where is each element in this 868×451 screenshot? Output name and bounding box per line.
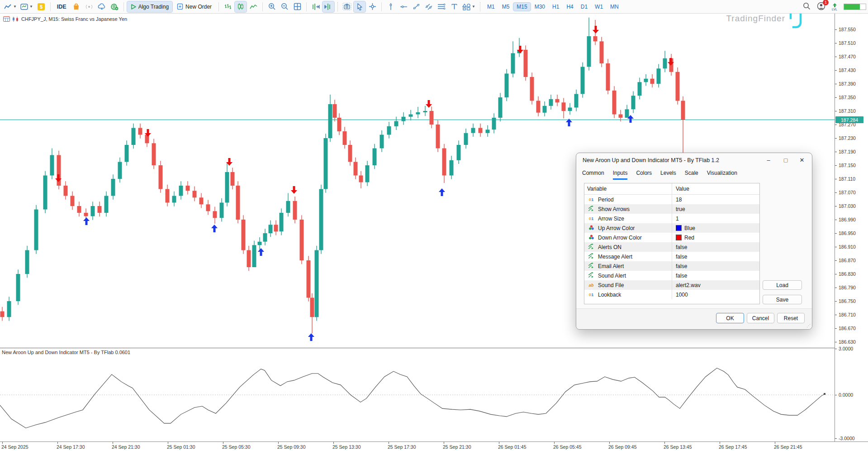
input-value[interactable]: true xyxy=(676,206,685,212)
sub-axis-label: -3.0000 xyxy=(839,436,855,441)
trendline-tool-icon[interactable] xyxy=(410,1,422,12)
equidistant-levels-icon[interactable] xyxy=(436,1,447,12)
divider xyxy=(306,2,307,11)
input-label: Period xyxy=(598,197,614,203)
tab-visualization[interactable]: Visualization xyxy=(707,170,737,180)
cursor-icon[interactable] xyxy=(354,1,365,12)
input-label: Show Arrows xyxy=(598,206,630,212)
input-value[interactable]: 1000 xyxy=(676,292,688,298)
timeframe-M30[interactable]: M30 xyxy=(531,3,548,11)
input-row-show-arrows[interactable]: Show Arrows true xyxy=(584,204,759,214)
chart-icon[interactable] xyxy=(12,16,19,22)
resize-grip[interactable]: ⋰ xyxy=(806,323,811,328)
input-row-email-alert[interactable]: Email Alert false xyxy=(584,261,759,271)
line-chart-icon[interactable] xyxy=(247,1,259,12)
load-button[interactable]: Load xyxy=(763,280,802,290)
candlestick-chart-icon[interactable] xyxy=(235,1,247,12)
minimize-button[interactable]: – xyxy=(759,153,778,167)
up-arrow-icon xyxy=(832,3,837,7)
price-label: 186.790 xyxy=(839,285,856,290)
market-watch-icon[interactable]: ▼ xyxy=(19,1,34,12)
ide-button[interactable]: IDE xyxy=(54,1,70,12)
lvl-indicator[interactable]: LVL xyxy=(832,3,837,11)
price-label: 186.870 xyxy=(839,258,856,263)
quotes-icon[interactable] xyxy=(3,16,10,22)
timeframe-H1[interactable]: H1 xyxy=(549,3,562,11)
tab-inputs[interactable]: Inputs xyxy=(613,170,628,180)
chart-shift-icon[interactable] xyxy=(323,1,334,12)
crosshair-icon[interactable] xyxy=(366,1,378,12)
input-row-lookback[interactable]: 01Lookback 1000 xyxy=(584,290,759,299)
timeframe-W1[interactable]: W1 xyxy=(592,3,606,11)
tile-windows-icon[interactable] xyxy=(291,1,303,12)
tab-levels[interactable]: Levels xyxy=(660,170,676,180)
time-label: 26 Sep 05:45 xyxy=(553,444,581,450)
timeframe-M1[interactable]: M1 xyxy=(484,3,498,11)
profile-icon[interactable]: 1 xyxy=(817,2,825,12)
timeframe-H4[interactable]: H4 xyxy=(563,3,576,11)
bar-chart-icon[interactable] xyxy=(222,1,234,12)
chart-profile-icon[interactable]: ▼ xyxy=(3,1,18,12)
horizontal-line-tool-icon[interactable] xyxy=(398,1,409,12)
tab-common[interactable]: Common xyxy=(582,170,604,180)
shift-end-icon[interactable] xyxy=(310,1,322,12)
search-icon[interactable] xyxy=(803,2,811,12)
time-axis[interactable]: 24 Sep 202524 Sep 17:3024 Sep 21:3025 Se… xyxy=(0,441,868,451)
ok-button[interactable]: OK xyxy=(716,313,744,323)
reset-button[interactable]: Reset xyxy=(777,313,805,323)
input-value[interactable]: alert2.wav xyxy=(676,282,701,288)
save-button[interactable]: Save xyxy=(763,295,802,304)
tab-scale[interactable]: Scale xyxy=(685,170,698,180)
input-label: Message Alert xyxy=(598,254,632,260)
screenshot-icon[interactable] xyxy=(341,1,353,12)
input-value[interactable]: 1 xyxy=(676,216,679,222)
input-value[interactable]: false xyxy=(676,273,687,279)
input-row-message-alert[interactable]: Message Alert false xyxy=(584,252,759,261)
input-label: Sound File xyxy=(598,282,624,288)
zoom-out-icon[interactable] xyxy=(279,1,290,12)
time-label: 26 Sep 21:45 xyxy=(774,444,802,450)
signals-icon[interactable] xyxy=(83,1,95,12)
close-icon[interactable]: ✕ xyxy=(793,153,811,167)
input-value[interactable]: false xyxy=(676,244,687,250)
market-store-icon[interactable] xyxy=(71,1,82,12)
input-value[interactable]: Red xyxy=(684,235,694,241)
timeframe-D1[interactable]: D1 xyxy=(578,3,591,11)
algo-trading-button[interactable]: Algo Trading xyxy=(127,1,172,12)
inputs-table: Variable Value 01Period 18 Show Arrows t… xyxy=(584,183,760,304)
shapes-tool-icon[interactable]: ▼ xyxy=(461,1,477,12)
timeframe-MN[interactable]: MN xyxy=(607,3,622,11)
input-value[interactable]: false xyxy=(676,254,687,260)
input-row-period[interactable]: 01Period 18 xyxy=(584,195,759,204)
price-label: 187.070 xyxy=(839,190,856,195)
input-value[interactable]: Blue xyxy=(684,225,695,231)
timeframe-M5[interactable]: M5 xyxy=(499,3,513,11)
price-label: 186.670 xyxy=(839,326,856,331)
text-tool-icon[interactable] xyxy=(448,1,460,12)
tab-colors[interactable]: Colors xyxy=(636,170,652,180)
zoom-in-icon[interactable] xyxy=(266,1,278,12)
timeframe-M15[interactable]: M15 xyxy=(513,3,530,11)
dialog-title: New Aroon Up and Down Indicator MT5 - By… xyxy=(583,157,719,163)
input-row-up-arrow-color[interactable]: Up Arrow Color Blue xyxy=(584,223,759,233)
price-axis[interactable]: 187.550187.510187.470187.430187.390187.3… xyxy=(835,14,868,441)
cloud-icon[interactable] xyxy=(96,1,108,12)
cancel-button[interactable]: Cancel xyxy=(747,313,774,323)
channel-tool-icon[interactable] xyxy=(423,1,435,12)
community-icon[interactable] xyxy=(109,1,120,12)
toolbar-right: 1 LVL xyxy=(803,0,868,14)
time-label: 24 Sep 2025 xyxy=(1,444,28,450)
input-row-sound-file[interactable]: abSound File alert2.wav xyxy=(584,280,759,290)
indicator-subwindow-label: New Aroon Up and Down Indicator MT5 - By… xyxy=(2,350,130,355)
deposit-icon[interactable]: $ xyxy=(35,1,47,12)
input-row-down-arrow-color[interactable]: Down Arrow Color Red xyxy=(584,233,759,242)
maximize-button[interactable]: ▢ xyxy=(777,153,795,167)
input-row-alerts-on[interactable]: Alerts ON false xyxy=(584,242,759,252)
vertical-line-tool-icon[interactable] xyxy=(385,1,397,12)
play-icon xyxy=(131,4,136,10)
input-row-sound-alert[interactable]: Sound Alert false xyxy=(584,271,759,280)
input-value[interactable]: false xyxy=(676,263,687,269)
new-order-button[interactable]: New Order xyxy=(173,1,215,12)
input-value[interactable]: 18 xyxy=(676,197,682,203)
input-row-arrow-size[interactable]: 01Arrow Size 1 xyxy=(584,214,759,223)
